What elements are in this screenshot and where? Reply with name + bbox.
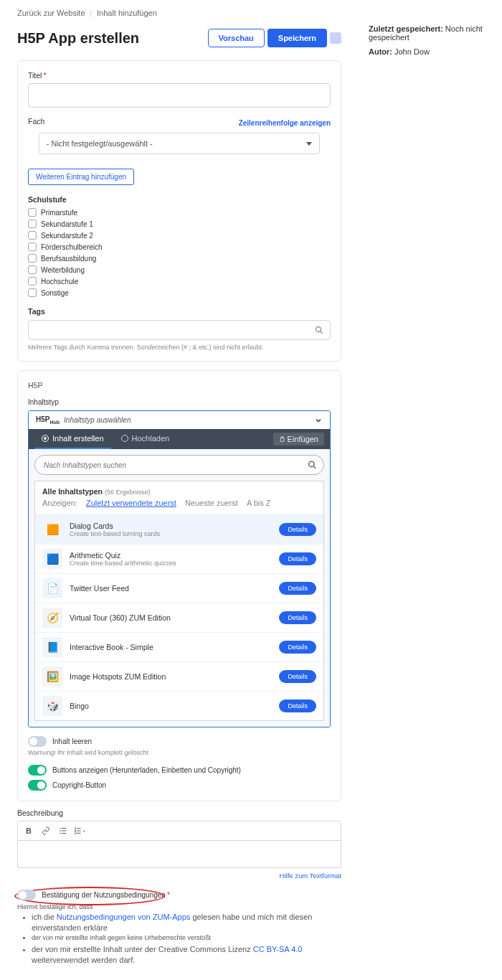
- chevron-down-icon: [306, 142, 312, 146]
- bc-back[interactable]: Zurück zur Website: [17, 9, 85, 17]
- svg-rect-9: [62, 831, 66, 831]
- text-format-help-link[interactable]: Hilfe zum Textformat: [280, 872, 341, 880]
- terms-link-cc[interactable]: CC BY-SA 4.0: [253, 945, 303, 953]
- svg-point-0: [316, 327, 321, 332]
- svg-point-10: [60, 833, 61, 834]
- content-type-item[interactable]: 📘 Interactive Book - Simple Details: [35, 632, 323, 661]
- sort-recently-used[interactable]: Zuletzt verwendete zuerst: [86, 499, 176, 507]
- svg-line-5: [313, 466, 316, 468]
- details-button[interactable]: Details: [279, 670, 316, 683]
- breadcrumbs: Zurück zur Website | Inhalt hinzufügen: [17, 9, 341, 17]
- tags-input[interactable]: [28, 320, 331, 340]
- row-order-link[interactable]: Zeilenreihenfolge anzeigen: [239, 119, 331, 127]
- h5p-logo: H5PHub: [36, 415, 60, 425]
- h5p-search-input[interactable]: [34, 455, 324, 475]
- svg-rect-11: [62, 833, 66, 834]
- numbered-list-button[interactable]: 123: [74, 824, 87, 837]
- ct-icon-twitter-feed: 📄: [42, 578, 62, 598]
- subject-select[interactable]: - Nicht festgelegt/ausgewählt -: [39, 133, 320, 154]
- page-title: H5P App erstellen: [17, 30, 139, 47]
- details-button[interactable]: Details: [279, 699, 316, 712]
- ct-icon-dialog-cards: 🟧: [42, 519, 62, 540]
- content-type-item[interactable]: 🎲 Bingo Details: [35, 691, 323, 720]
- svg-point-8: [60, 830, 61, 831]
- terms-bullet-2: der von mir erstellte Inhalt gegen keine…: [32, 934, 341, 943]
- terms-link-nutzungsbedingungen[interactable]: Nutzungsbedingungen von ZUM-Apps: [57, 913, 191, 921]
- schulstufe-list: Primarstufe Sekundarstufe 1 Sekundarstuf…: [28, 208, 331, 297]
- terms-bullet-1: ich die Nutzungsbedingungen von ZUM-Apps…: [32, 912, 341, 933]
- search-icon: [308, 461, 317, 470]
- bc-add[interactable]: Inhalt hinzufügen: [97, 9, 157, 17]
- svg-rect-7: [62, 828, 66, 829]
- chevron-down-icon[interactable]: [314, 416, 323, 425]
- clear-warning: Warnung! Ihr Inhalt wird komplett gelösc…: [28, 749, 331, 756]
- tags-label: Tags: [28, 307, 331, 316]
- content-type-item[interactable]: 🟧 Dialog CardsCreate text-based turning …: [35, 514, 323, 544]
- svg-line-1: [321, 331, 323, 334]
- search-icon: [315, 326, 323, 334]
- bold-button[interactable]: B: [22, 824, 35, 837]
- toggle-show-buttons[interactable]: [28, 765, 47, 776]
- tags-help: Mehrere Tags durch Komma trennen. Sonder…: [28, 344, 331, 351]
- terms-label: Bestätigung der Nutzungsbedingungen: [42, 891, 170, 899]
- content-type-item[interactable]: 📄 Twitter User Feed Details: [35, 573, 323, 603]
- cb-sekundarstufe2[interactable]: [28, 231, 37, 240]
- details-button[interactable]: Details: [279, 641, 316, 654]
- toggle-clear-content[interactable]: [28, 736, 47, 747]
- svg-point-4: [309, 461, 315, 467]
- toggle-buttons-label: Buttons anzeigen (Herunterladen, Einbett…: [52, 766, 241, 774]
- last-saved-label: Zuletzt gespeichert:: [369, 24, 443, 33]
- add-entry-button[interactable]: Weiteren Eintrag hinzufügen: [28, 169, 134, 185]
- ct-icon-image-hotspots: 🖼️: [42, 666, 62, 687]
- radio-dot-icon: [121, 435, 128, 442]
- overflow-button[interactable]: [330, 32, 341, 44]
- content-type-item[interactable]: 🧭 Virtual Tour (360) ZUM Edition Details: [35, 603, 323, 632]
- subject-label: Fach: [28, 117, 44, 126]
- details-button[interactable]: Details: [279, 523, 316, 536]
- sort-az[interactable]: A bis Z: [247, 499, 271, 507]
- svg-rect-15: [77, 831, 81, 831]
- save-button[interactable]: Speichern: [267, 29, 327, 47]
- description-label: Beschreibung: [17, 809, 341, 817]
- sidebar: Zuletzt gespeichert: Noch nicht gespeich…: [359, 0, 502, 980]
- ct-icon-arithmetic-quiz: 🟦: [42, 549, 62, 569]
- h5p-section-title: H5P: [28, 381, 331, 390]
- paste-button[interactable]: Einfügen: [273, 433, 324, 446]
- cb-weiterbildung[interactable]: [28, 265, 37, 274]
- tab-create[interactable]: Inhalt erstellen: [34, 429, 111, 449]
- toggle-copyright-label: Copyright-Button: [52, 781, 106, 789]
- terms-intro: Hiermit bestätige ich, dass: [17, 903, 341, 910]
- toggle-copyright[interactable]: [28, 780, 47, 791]
- description-editor[interactable]: [17, 841, 341, 868]
- schulstufe-label: Schulstufe: [28, 195, 331, 204]
- terms-bullet-3: der von mir erstellte Inhalt unter der C…: [32, 944, 341, 965]
- bullet-list-button[interactable]: [57, 824, 70, 837]
- ct-icon-interactive-book: 📘: [42, 637, 62, 657]
- details-button[interactable]: Details: [279, 552, 316, 565]
- cb-berufsausbildung[interactable]: [28, 254, 37, 263]
- cb-sekundarstufe1[interactable]: [28, 220, 37, 228]
- content-type-item[interactable]: 🟦 Arithmetic QuizCreate time-based arith…: [35, 544, 323, 573]
- sort-newest[interactable]: Neueste zuerst: [185, 499, 238, 507]
- author-label: Autor:: [369, 47, 392, 56]
- cb-sonstige[interactable]: [28, 288, 37, 297]
- link-button[interactable]: [39, 824, 52, 837]
- details-button[interactable]: Details: [279, 582, 316, 595]
- cb-primarstufe[interactable]: [28, 208, 37, 217]
- cb-hochschule[interactable]: [28, 277, 37, 286]
- all-types-label: Alle Inhaltstypen: [42, 487, 103, 496]
- cb-foerderschule[interactable]: [28, 242, 37, 251]
- ct-icon-bingo: 🎲: [42, 696, 62, 716]
- results-count: (56 Ergebnisse): [105, 489, 151, 496]
- ct-icon-virtual-tour: 🧭: [42, 608, 62, 628]
- preview-button[interactable]: Vorschau: [208, 29, 265, 47]
- title-input[interactable]: [28, 83, 331, 108]
- content-type-item[interactable]: 🖼️ Image Hotspots ZUM Edition Details: [35, 661, 323, 691]
- details-button[interactable]: Details: [279, 611, 316, 624]
- author-value: John Dow: [394, 47, 430, 56]
- toggle-terms[interactable]: [17, 890, 36, 900]
- svg-point-6: [60, 828, 61, 829]
- tab-upload[interactable]: Hochladen: [114, 429, 177, 449]
- svg-text:3: 3: [74, 831, 76, 835]
- h5p-inhaltstyp-label: Inhaltstyp: [28, 398, 331, 406]
